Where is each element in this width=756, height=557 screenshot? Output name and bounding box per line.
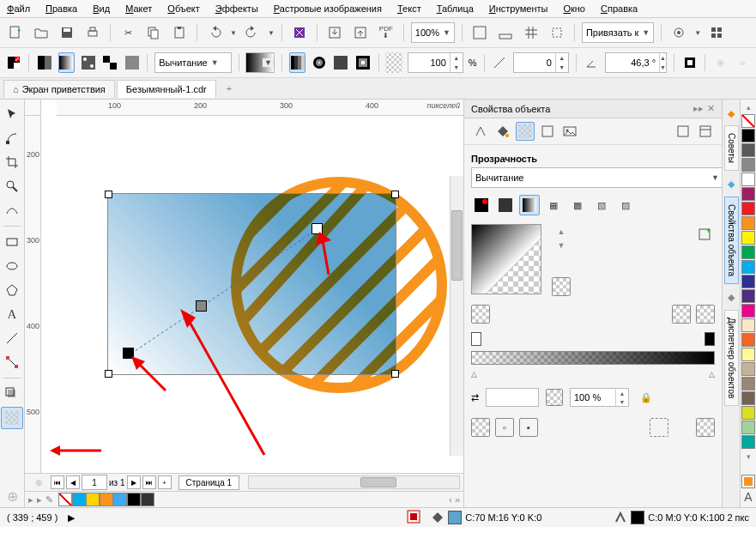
connector-tool[interactable] [1, 351, 23, 373]
square-grad-button[interactable] [354, 52, 371, 73]
add-page-after-button[interactable]: + [158, 475, 172, 489]
palette-up-icon[interactable]: ▴ [747, 103, 751, 112]
text-tool[interactable]: A [1, 303, 23, 325]
opacity-spin[interactable]: ▲▼ [408, 52, 463, 73]
menu-object[interactable]: Объект [167, 3, 199, 14]
target-outline-icon[interactable]: ▫ [495, 418, 514, 437]
fountain-transp-button[interactable] [58, 52, 75, 73]
grid-button[interactable] [521, 22, 541, 43]
props-icon[interactable]: ◆ [721, 174, 741, 195]
color-swatch[interactable] [741, 421, 755, 434]
end-node-icon[interactable] [705, 332, 715, 346]
open-button[interactable] [31, 22, 51, 43]
apply-fill-icon[interactable] [471, 305, 490, 324]
merge-mode-combo[interactable]: Вычитание▼ [154, 52, 231, 73]
outline-indicator[interactable]: A [744, 490, 752, 504]
hints-tab[interactable]: Советы [724, 125, 739, 171]
selection-handle[interactable] [391, 370, 399, 378]
fullscreen-button[interactable] [469, 22, 490, 43]
rulers-button[interactable] [495, 22, 516, 43]
frame-props-tab[interactable] [538, 122, 557, 141]
menu-window[interactable]: Окно [563, 3, 585, 14]
conical-grad-button[interactable] [333, 52, 349, 73]
color-swatch[interactable] [741, 391, 755, 405]
free-transform-button[interactable] [681, 52, 698, 73]
vertical-scrollbar[interactable] [450, 176, 463, 456]
tab-mode-icon[interactable] [696, 122, 715, 141]
document-tab[interactable]: Безымянный-1.cdr [117, 80, 216, 98]
docker-close-icon[interactable]: ✕ [707, 103, 715, 114]
merge-mode-select[interactable]: Вычитание▼ [471, 167, 723, 188]
edit-transp-icon[interactable] [650, 418, 668, 437]
objmgr-icon[interactable]: ◆ [721, 288, 741, 308]
guides-button[interactable] [547, 22, 567, 43]
selection-handle[interactable] [391, 191, 399, 198]
copy-transp-button[interactable]: ⊕ [712, 52, 729, 73]
pick-tool[interactable] [1, 103, 23, 125]
no-fill-swatch[interactable] [741, 114, 755, 128]
fountain-icon[interactable] [519, 195, 540, 215]
new-button[interactable]: + [5, 22, 26, 43]
dimension-tool[interactable] [1, 327, 23, 349]
target-fill-icon[interactable] [471, 418, 490, 437]
gradient-picker[interactable]: ▼ [245, 52, 275, 73]
outline-indicator-status[interactable]: C:0 M:0 Y:0 K:100 2 пкс [614, 511, 749, 524]
target-both-icon[interactable]: ▪ [519, 418, 538, 437]
color-swatch[interactable] [741, 377, 755, 391]
color-swatch[interactable] [100, 493, 113, 506]
texture-transp-button[interactable] [124, 52, 140, 73]
scroll-mode-icon[interactable] [674, 122, 692, 141]
bitmap-icon[interactable]: ▩ [567, 195, 588, 215]
accel-spin[interactable]: ▲▼ [513, 52, 569, 73]
fill-indicator-status[interactable]: C:70 M:16 Y:0 K:0 [431, 511, 541, 524]
radial-grad-button[interactable] [311, 52, 327, 73]
launcher-button[interactable] [706, 22, 727, 43]
menu-help[interactable]: Справка [601, 3, 638, 14]
cut-button[interactable]: ✂ [118, 22, 138, 43]
selection-handle[interactable] [105, 370, 112, 378]
color-swatch[interactable] [741, 275, 755, 288]
transparency-props-tab[interactable] [516, 122, 535, 141]
page-tab[interactable]: Страница 1 [178, 475, 240, 490]
reverse-icon[interactable]: ⇄ [471, 392, 479, 403]
print-button[interactable] [82, 22, 103, 43]
canvas[interactable] [41, 116, 463, 473]
menu-edit[interactable]: Правка [45, 3, 77, 14]
shape-tool[interactable] [1, 127, 23, 149]
node-color[interactable] [486, 388, 539, 407]
uniform-icon[interactable] [495, 195, 516, 215]
scrollbar-thumb[interactable] [451, 210, 463, 281]
color-swatch[interactable] [741, 158, 755, 172]
color-swatch[interactable] [741, 143, 755, 157]
apply-both-icon[interactable] [696, 305, 715, 324]
prev-page-button[interactable]: ◀ [66, 475, 80, 489]
freehand-tool[interactable] [1, 199, 23, 221]
angle-spin[interactable]: ▲▼ [605, 52, 667, 73]
menu-tools[interactable]: Инструменты [489, 3, 548, 14]
pattern-transp-button[interactable] [80, 52, 96, 73]
twocolor-icon[interactable]: ▧ [591, 195, 612, 215]
color-proof-icon[interactable] [407, 510, 420, 525]
zoom-combo[interactable]: 100%▼ [411, 22, 455, 43]
start-node-icon[interactable] [471, 332, 481, 346]
copy-button[interactable] [143, 22, 164, 43]
color-swatch[interactable] [127, 493, 141, 506]
bitmap-props-tab[interactable] [560, 122, 579, 141]
quick-customize[interactable]: ⊕ [1, 485, 23, 507]
export-button[interactable] [350, 22, 371, 43]
menu-file[interactable]: Файл [7, 3, 30, 14]
color-swatch[interactable] [72, 493, 86, 506]
search-button[interactable] [289, 22, 310, 43]
welcome-tab[interactable]: ⌂Экран приветствия [3, 80, 115, 98]
color-swatch[interactable] [741, 187, 755, 201]
paste-button[interactable] [169, 22, 190, 43]
palette-down-icon[interactable]: ▾ [747, 452, 751, 461]
color-swatch[interactable] [741, 333, 755, 347]
add-preset-icon[interactable]: + [694, 224, 715, 245]
menu-layout[interactable]: Макет [125, 3, 152, 14]
options-button[interactable] [668, 22, 689, 43]
snap-combo[interactable]: Привязать к▼ [582, 22, 654, 43]
color-swatch[interactable] [741, 202, 755, 215]
transp-swatch[interactable] [552, 277, 571, 296]
color-swatch[interactable] [741, 129, 755, 142]
